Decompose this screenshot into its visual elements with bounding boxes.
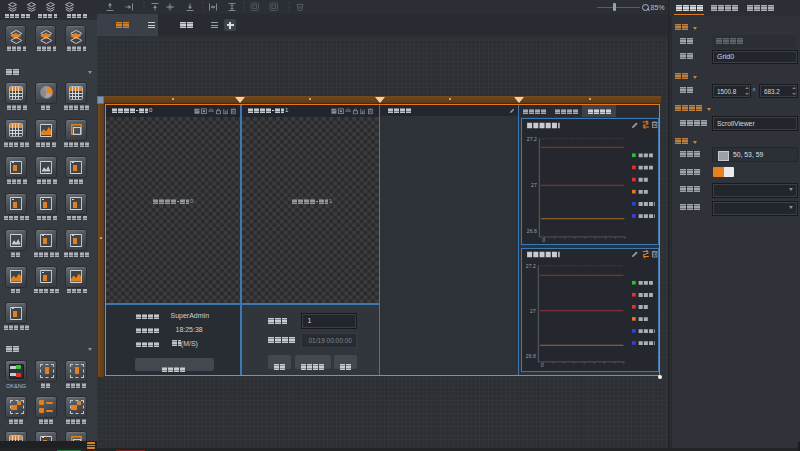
svg-text:27.2: 27.2	[525, 262, 535, 268]
svg-text:26.8: 26.8	[525, 353, 535, 359]
svg-text:26.8: 26.8	[527, 228, 537, 234]
svg-text:27: 27	[531, 182, 537, 188]
svg-text:27.2: 27.2	[527, 136, 537, 142]
svg-text:27: 27	[530, 307, 536, 313]
svg-text:0: 0	[542, 237, 545, 243]
